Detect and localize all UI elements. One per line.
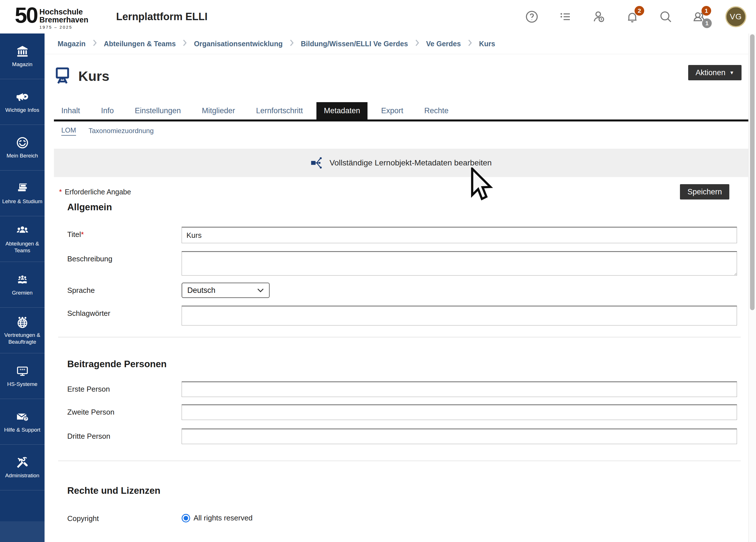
sidebar-item-wichtige-infos[interactable]: Wichtige Infos <box>0 79 45 125</box>
form-toolbar: * Erforderliche Angabe Speichern <box>59 184 749 199</box>
tab-metadaten[interactable]: Metadaten <box>316 102 367 119</box>
breadcrumb: Magazin Abteilungen & Teams Organisation… <box>45 33 749 54</box>
sidebar-item-label: Administration <box>5 472 39 479</box>
sidebar-item-label: Magazin <box>12 61 33 68</box>
sidebar-item-administration[interactable]: Administration <box>0 445 45 490</box>
subtab-bar: LOM Taxonomiezuordnung <box>61 126 749 136</box>
chevron-down-icon: ▼ <box>729 70 734 75</box>
actions-dropdown-button[interactable]: Aktionen ▼ <box>688 65 742 80</box>
copyright-radio-selected[interactable] <box>182 514 190 522</box>
top-header: 50 Hochschule Bremerhaven 1975 – 2025 Le… <box>0 0 756 34</box>
sidebar-item-label: Lehre & Studium <box>2 198 43 205</box>
logo-text: Hochschule Bremerhaven 1975 – 2025 <box>39 8 89 30</box>
edit-full-metadata-label: Vollständige Lernobjekt-Metadaten bearbe… <box>329 158 492 167</box>
field-row-dritte-person: Dritte Person <box>67 428 737 444</box>
tab-inhalt[interactable]: Inhalt <box>54 102 87 119</box>
task-list-icon[interactable] <box>558 9 573 24</box>
sidebar-footer <box>0 521 45 542</box>
section-divider <box>58 337 741 337</box>
notifications-bell-icon[interactable]: 2 <box>625 9 640 24</box>
field-row-sprache: Sprache Deutsch <box>67 283 737 298</box>
dritte-person-input[interactable] <box>182 428 737 444</box>
sidebar-item-label: Vertretungen & Beauftragte <box>2 332 43 345</box>
hochschule-bremerhaven-logo[interactable]: 50 Hochschule Bremerhaven 1975 – 2025 <box>15 4 88 30</box>
sidebar-item-label: Abteilungen & Teams <box>2 240 43 254</box>
section-heading-allgemein: Allgemein <box>67 202 749 213</box>
megaphone-icon <box>16 90 29 104</box>
tab-einstellungen[interactable]: Einstellungen <box>127 102 188 119</box>
breadcrumb-item[interactable]: Bildung/Wissen/ELLI Ve Gerdes <box>301 40 408 48</box>
sprache-label: Sprache <box>67 283 182 295</box>
sidebar-item-vertretungen-beauftragte[interactable]: Vertretungen & Beauftragte <box>0 308 45 353</box>
section-divider <box>58 461 741 461</box>
app-title: Lernplattform ELLI <box>116 11 207 23</box>
breadcrumb-item[interactable]: Abteilungen & Teams <box>104 40 176 48</box>
erste-person-input[interactable] <box>182 381 737 397</box>
logo-name-line1: Hochschule <box>39 8 89 16</box>
chevron-right-icon <box>289 39 294 49</box>
chevron-right-icon <box>468 39 472 49</box>
required-asterisk: * <box>81 230 84 239</box>
field-row-beschreibung: Beschreibung <box>67 251 737 277</box>
subtab-taxonomiezuordnung[interactable]: Taxonomiezuordnung <box>89 127 154 135</box>
tab-rechte[interactable]: Rechte <box>417 102 456 119</box>
tab-lernfortschritt[interactable]: Lernfortschritt <box>249 102 310 119</box>
copyright-radio-row: All rights reserved <box>182 514 737 522</box>
monitor-icon: *** <box>16 364 29 378</box>
chevron-right-icon <box>93 39 97 49</box>
field-row-copyright: Copyright All rights reserved <box>67 514 737 523</box>
help-icon[interactable] <box>524 9 539 24</box>
edit-full-metadata-link[interactable]: Vollständige Lernobjekt-Metadaten bearbe… <box>311 156 492 169</box>
user-avatar[interactable]: VG <box>725 6 746 27</box>
actions-button-label: Aktionen <box>696 68 725 77</box>
vertical-scrollbar <box>748 33 756 542</box>
zweite-person-label: Zweite Person <box>67 404 182 417</box>
chevron-down-icon <box>257 288 264 293</box>
breadcrumb-item[interactable]: Ve Gerdes <box>426 40 461 48</box>
breadcrumb-item[interactable]: Organisationsentwicklung <box>194 40 283 48</box>
save-button[interactable]: Speichern <box>680 184 729 199</box>
chevron-right-icon <box>182 39 187 49</box>
globe-people-icon <box>16 315 29 329</box>
main-content: Magazin Abteilungen & Teams Organisation… <box>45 33 749 542</box>
beschreibung-textarea[interactable] <box>182 251 737 276</box>
tab-mitglieder[interactable]: Mitglieder <box>194 102 242 119</box>
schlagwoerter-input[interactable] <box>182 306 737 325</box>
sidebar-item-mein-bereich[interactable]: Mein Bereich <box>0 125 45 171</box>
svg-text:?: ? <box>25 417 27 421</box>
smiley-icon <box>16 136 29 150</box>
copyright-label: Copyright <box>67 514 182 523</box>
breadcrumb-item[interactable]: Magazin <box>58 40 86 48</box>
sidebar-item-magazin[interactable]: Magazin <box>0 33 45 79</box>
tab-bar: Inhalt Info Einstellungen Mitglieder Ler… <box>54 102 749 121</box>
sidebar-item-hilfe-support[interactable]: ? Hilfe & Support <box>0 399 45 445</box>
erste-person-label: Erste Person <box>67 381 182 394</box>
zweite-person-input[interactable] <box>182 404 737 420</box>
titel-input[interactable] <box>182 227 737 243</box>
required-hint: Erforderliche Angabe <box>65 188 131 196</box>
page-title: Kurs <box>78 68 109 84</box>
section-heading-beitragende: Beitragende Personen <box>67 359 749 369</box>
logo-anniversary: 1975 – 2025 <box>39 25 89 30</box>
sidebar-item-label: HS-Systeme <box>7 381 37 388</box>
sidebar-item-gremien[interactable]: Gremien <box>0 262 45 308</box>
search-icon[interactable] <box>658 9 673 24</box>
contacts-icon[interactable]: 1 1 <box>692 9 707 24</box>
svg-text:***: *** <box>19 367 25 373</box>
schlagwoerter-label: Schlagwörter <box>67 306 182 318</box>
sprache-select[interactable]: Deutsch <box>182 283 270 298</box>
tab-export[interactable]: Export <box>374 102 411 119</box>
page-title-row: Kurs Aktionen ▼ <box>54 67 749 85</box>
course-easel-icon <box>54 66 71 86</box>
subtab-lom[interactable]: LOM <box>61 126 76 136</box>
breadcrumb-item-current[interactable]: Kurs <box>479 40 495 48</box>
tab-info[interactable]: Info <box>94 102 121 119</box>
sprache-selected-value: Deutsch <box>187 286 215 295</box>
sidebar-item-hs-systeme[interactable]: *** HS-Systeme <box>0 353 45 399</box>
scrollbar-thumb[interactable] <box>750 34 755 310</box>
sidebar-item-abteilungen-teams[interactable]: Abteilungen & Teams <box>0 216 45 262</box>
sidebar-item-label: Hilfe & Support <box>4 427 41 433</box>
who-is-online-icon[interactable] <box>591 9 606 24</box>
books-icon <box>16 182 29 195</box>
sidebar-item-lehre-studium[interactable]: Lehre & Studium <box>0 171 45 216</box>
